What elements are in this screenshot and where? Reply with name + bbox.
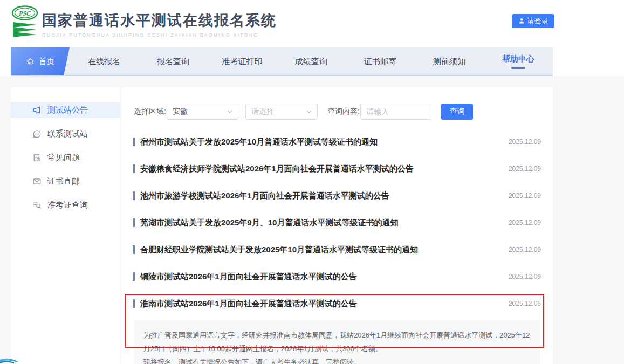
active-section-indicator (511, 67, 525, 69)
nav-tab-label: 准考证打印 (222, 57, 263, 67)
chevron-down-icon (306, 110, 312, 114)
announcement-title: 池州市旅游学校测试站2026年1月面向社会开展普通话水平测试的公告 (140, 191, 502, 201)
search-button[interactable]: 查询 (441, 104, 473, 120)
psc-logo-icon: PSC (11, 5, 39, 40)
brand: 国家普通话水平测试在线报名系统 GUOJIA PUTONGHUA SHUIPIN… (42, 11, 277, 38)
announcement-title: 铜陵市测试站2026年1月面向社会开展普通话水平测试的公告 (140, 272, 502, 282)
sidebar-item[interactable]: 联系测试站 (11, 126, 120, 142)
nav-tab[interactable]: 帮助中心 (484, 47, 553, 75)
sidebar-item-label: 常见问题 (47, 153, 80, 163)
list-search-icon (32, 201, 42, 210)
query-input[interactable] (360, 104, 431, 120)
announcement-title: 宿州市测试站关于发放2025年10月普通话水平测试等级证书的通知 (140, 137, 502, 147)
announcement-detail: 为推广普及国家通用语言文字，经研究并报淮南市教体局同意，我站2026年1月继续面… (134, 320, 540, 364)
nav-tab[interactable]: 测前须知 (415, 47, 484, 75)
sidebar-item[interactable]: 测试站公告 (11, 102, 120, 118)
faq-doc-icon: ? (32, 153, 42, 162)
sidebar-item-label: 联系测试站 (47, 129, 88, 139)
nav-tab[interactable]: 报名查询 (139, 47, 208, 75)
announcement-date: 2025.12.09 (509, 246, 541, 253)
site-title: 国家普通话水平测试在线报名系统 (42, 11, 277, 30)
announcement-row[interactable]: 宿州市测试站关于发放2025年10月普通话水平测试等级证书的通知2025.12.… (133, 128, 541, 155)
announcement-row[interactable]: 铜陵市测试站2026年1月面向社会开展普通话水平测试的公告2025.12.09 (133, 263, 541, 290)
chevron-down-icon (227, 110, 232, 114)
page: PSC 国家普通话水平测试在线报名系统 GUOJIA PUTONGHUA SHU… (0, 0, 624, 364)
query-label: 查询内容: (327, 107, 360, 116)
title-bar-marker (133, 272, 135, 281)
title-bar-marker (133, 245, 135, 254)
sidebar-item[interactable]: 证书直邮 (11, 173, 120, 189)
svg-text:?: ? (38, 158, 39, 161)
sidebar: 测试站公告联系测试站?常见问题证书直邮准考证查询 (11, 87, 120, 364)
nav-strip: 首页在线报名报名查询准考证打印成绩查询证书邮寄测前须知帮助中心 (0, 47, 624, 76)
sub-region-placeholder: 请选择 (251, 107, 274, 116)
content-panel: 选择区域: 安徽 请选择 查询内容: 查询 宿州市测试站关于发放2025年10月… (121, 87, 553, 364)
nav-tab[interactable]: 首页 (11, 47, 70, 75)
announcement-row[interactable]: 安徽粮食经济技师学院测试站2026年1月面向社会开展普通话水平测试的公告2025… (133, 155, 541, 182)
region-select[interactable]: 安徽 (167, 104, 238, 120)
detail-paragraph: 现将报名、测试有关情况公告如下，请广大考生务必认真、完整阅读。 (143, 355, 530, 364)
sidebar-item-label: 证书直邮 (47, 176, 80, 187)
announcement-row[interactable]: 池州市旅游学校测试站2026年1月面向社会开展普通话水平测试的公告2025.12… (133, 182, 541, 209)
announcement-row[interactable]: 淮南市测试站2026年1月面向社会开展普通话水平测试的公告2025.12.05 (133, 290, 541, 317)
nav-tab-label: 在线报名 (88, 57, 120, 67)
title-bar-marker (133, 138, 135, 146)
title-bar-marker (133, 191, 135, 200)
announcement-date: 2025.12.09 (509, 219, 541, 226)
svg-text:PSC: PSC (19, 10, 31, 17)
detail-paragraph: 为推广普及国家通用语言文字，经研究并报淮南市教体局同意，我站2026年1月继续面… (143, 328, 530, 355)
title-bar-marker (133, 218, 135, 227)
main-nav: 首页在线报名报名查询准考证打印成绩查询证书邮寄测前须知帮助中心 (11, 47, 553, 76)
home-icon (26, 57, 35, 66)
corner-swoosh-icon (0, 358, 18, 364)
sidebar-item-label: 准考证查询 (47, 200, 88, 210)
login-label: 请登录 (527, 16, 548, 26)
header: PSC 国家普通话水平测试在线报名系统 GUOJIA PUTONGHUA SHU… (0, 0, 624, 47)
announcement-date: 2025.12.09 (509, 192, 541, 200)
announcement-title: 合肥财经职业学院测试站关于发放2025年10月普通话水平测试等级证书的通知 (140, 245, 502, 255)
nav-tab-label: 首页 (39, 57, 55, 67)
nav-tab[interactable]: 证书邮寄 (346, 47, 415, 75)
announcement-date: 2025.12.05 (509, 300, 541, 307)
region-label: 选择区域: (134, 107, 166, 116)
announcement-date: 2025.12.09 (509, 165, 541, 173)
title-bar-marker (133, 299, 135, 308)
sidebar-item-label: 测试站公告 (47, 105, 88, 115)
nav-tab[interactable]: 准考证打印 (208, 47, 277, 75)
announcement-title: 淮南市测试站2026年1月面向社会开展普通话水平测试的公告 (140, 299, 502, 309)
megaphone-icon (32, 106, 42, 115)
announcement-title: 安徽粮食经济技师学院测试站2026年1月面向社会开展普通话水平测试的公告 (140, 164, 502, 174)
announcement-date: 2025.12.09 (509, 273, 541, 280)
chat-icon (32, 129, 42, 139)
announcement-date: 2025.12.09 (509, 138, 541, 146)
login-button[interactable]: 请登录 (512, 14, 554, 28)
user-icon (518, 18, 525, 24)
sub-region-select[interactable]: 请选择 (245, 104, 318, 120)
announcement-list: 宿州市测试站关于发放2025年10月普通话水平测试等级证书的通知2025.12.… (133, 128, 541, 364)
nav-tab-label: 帮助中心 (502, 54, 534, 64)
region-select-value: 安徽 (173, 107, 188, 116)
announcement-title: 芜湖市测试站关于发放2025年9月、10月普通话水平测试等级证书的通知 (140, 218, 502, 228)
title-bar-marker (133, 164, 135, 173)
envelope-icon (32, 177, 42, 186)
nav-tab[interactable]: 成绩查询 (277, 47, 346, 75)
announcement-row[interactable]: 芜湖市测试站关于发放2025年9月、10月普通话水平测试等级证书的通知2025.… (133, 209, 541, 236)
nav-tab-label: 报名查询 (157, 57, 189, 67)
nav-tab-label: 证书邮寄 (364, 57, 396, 67)
nav-tab[interactable]: 在线报名 (70, 47, 139, 75)
nav-tab-label: 成绩查询 (295, 57, 327, 67)
filter-bar: 选择区域: 安徽 请选择 查询内容: 查询 (121, 104, 553, 120)
sidebar-item[interactable]: ?常见问题 (11, 149, 120, 166)
nav-tab-label: 测前须知 (433, 57, 465, 67)
site-subtitle: GUOJIA PUTONGHUA SHUIPING CESHI ZAIXIAN … (42, 32, 277, 38)
sidebar-item[interactable]: 准考证查询 (11, 197, 120, 213)
announcement-row[interactable]: 合肥财经职业学院测试站关于发放2025年10月普通话水平测试等级证书的通知202… (133, 236, 541, 263)
